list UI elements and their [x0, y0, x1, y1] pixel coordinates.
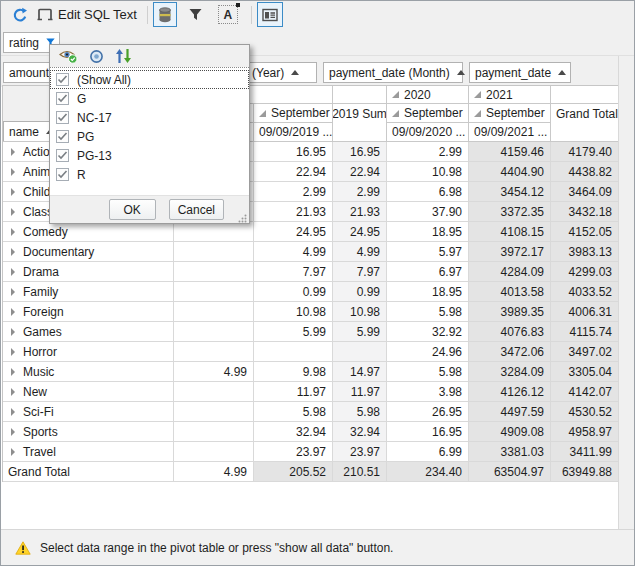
data-cell[interactable]: 18.95	[387, 222, 469, 242]
refresh-button[interactable]	[6, 2, 32, 27]
layout-toggle-button[interactable]	[257, 2, 283, 27]
data-cell[interactable]: 11.97	[333, 382, 387, 402]
column-header-date-2021[interactable]: 09/09/2021 ...	[469, 123, 551, 142]
expand-icon[interactable]	[259, 110, 266, 117]
data-cell[interactable]: 4.99	[333, 242, 387, 262]
rename-button[interactable]: A	[213, 2, 243, 27]
row-header-drama[interactable]: Drama	[3, 262, 174, 282]
month-field-button[interactable]: payment_date (Month)	[323, 62, 463, 83]
row-header-new[interactable]: New	[3, 382, 174, 402]
data-cell[interactable]: 5.98	[387, 302, 469, 322]
data-cell[interactable]: 32.94	[254, 422, 333, 442]
radio-icon[interactable]	[89, 49, 104, 64]
data-cell[interactable]	[174, 262, 254, 282]
filter-item-pg-13[interactable]: PG-13	[50, 146, 249, 165]
grand-total-cell[interactable]: 210.51	[333, 462, 387, 482]
row-header-comedy[interactable]: Comedy	[3, 222, 174, 242]
data-cell[interactable]: 4497.59	[469, 402, 551, 422]
data-cell[interactable]: 4530.52	[551, 402, 619, 422]
data-cell[interactable]: 16.95	[387, 422, 469, 442]
data-cell[interactable]: 4159.46	[469, 142, 551, 162]
data-cell[interactable]	[174, 382, 254, 402]
data-cell[interactable]: 6.99	[387, 442, 469, 462]
data-cell[interactable]: 5.99	[254, 322, 333, 342]
data-cell[interactable]: 10.98	[333, 302, 387, 322]
data-cell[interactable]: 32.92	[387, 322, 469, 342]
edit-sql-button[interactable]: Edit SQL Text	[32, 2, 142, 27]
data-cell[interactable]: 3381.03	[469, 442, 551, 462]
grand-total-cell[interactable]: 63504.97	[469, 462, 551, 482]
checkbox[interactable]	[56, 73, 69, 86]
data-cell[interactable]: 5.98	[333, 402, 387, 422]
checkbox[interactable]	[56, 111, 69, 124]
expand-row-icon[interactable]	[11, 148, 15, 156]
expand-row-icon[interactable]	[11, 268, 15, 276]
filter-item-nc-17[interactable]: NC-17	[50, 108, 249, 127]
expand-row-icon[interactable]	[11, 248, 15, 256]
data-cell[interactable]: 3454.12	[469, 182, 551, 202]
data-cell[interactable]: 3305.04	[551, 362, 619, 382]
data-cell[interactable]: 4438.82	[551, 162, 619, 182]
data-cell[interactable]: 14.97	[333, 362, 387, 382]
data-cell[interactable]: 18.95	[387, 282, 469, 302]
data-cell[interactable]: 24.96	[387, 342, 469, 362]
data-cell[interactable]: 4033.52	[551, 282, 619, 302]
data-cell[interactable]: 16.95	[333, 142, 387, 162]
data-cell[interactable]: 23.97	[333, 442, 387, 462]
row-header-sports[interactable]: Sports	[3, 422, 174, 442]
filter-item-r[interactable]: R	[50, 165, 249, 184]
data-cell[interactable]: 4.99	[174, 362, 254, 382]
data-cell[interactable]: 2.99	[387, 142, 469, 162]
data-cell[interactable]: 4108.15	[469, 222, 551, 242]
row-header-horror[interactable]: Horror	[3, 342, 174, 362]
data-cell[interactable]: 5.97	[387, 242, 469, 262]
data-cell[interactable]: 5.99	[333, 322, 387, 342]
resize-grip[interactable]	[238, 212, 247, 221]
data-cell[interactable]: 0.99	[333, 282, 387, 302]
expand-row-icon[interactable]	[11, 288, 15, 296]
data-cell[interactable]: 10.98	[254, 302, 333, 322]
data-cell[interactable]: 4284.09	[469, 262, 551, 282]
data-cell[interactable]: 16.95	[254, 142, 333, 162]
expand-row-icon[interactable]	[11, 448, 15, 456]
checkbox[interactable]	[56, 130, 69, 143]
expand-row-icon[interactable]	[11, 168, 15, 176]
data-cell[interactable]: 6.98	[387, 182, 469, 202]
database-toggle-button[interactable]	[153, 2, 177, 27]
column-header-september-2020[interactable]: September	[387, 104, 469, 123]
data-cell[interactable]	[254, 342, 333, 362]
row-header-foreign[interactable]: Foreign	[3, 302, 174, 322]
column-header-2020[interactable]: 2020	[387, 86, 469, 104]
data-cell[interactable]: 5.98	[387, 362, 469, 382]
data-cell[interactable]	[174, 282, 254, 302]
data-cell[interactable]: 3989.35	[469, 302, 551, 322]
data-cell[interactable]: 7.97	[254, 262, 333, 282]
filter-item-show-all[interactable]: (Show All)	[50, 70, 249, 89]
data-cell[interactable]	[174, 242, 254, 262]
row-header-music[interactable]: Music	[3, 362, 174, 382]
expand-row-icon[interactable]	[11, 388, 15, 396]
data-cell[interactable]: 22.94	[333, 162, 387, 182]
grand-total-cell[interactable]: 63949.88	[551, 462, 619, 482]
data-cell[interactable]: 7.97	[333, 262, 387, 282]
data-cell[interactable]: 4076.83	[469, 322, 551, 342]
data-cell[interactable]: 24.95	[333, 222, 387, 242]
data-cell[interactable]: 9.98	[254, 362, 333, 382]
data-cell[interactable]: 4179.40	[551, 142, 619, 162]
data-cell[interactable]: 6.97	[387, 262, 469, 282]
data-cell[interactable]: 4006.31	[551, 302, 619, 322]
expand-row-icon[interactable]	[11, 328, 15, 336]
data-cell[interactable]: 3472.06	[469, 342, 551, 362]
expand-row-icon[interactable]	[11, 428, 15, 436]
data-cell[interactable]: 11.97	[254, 382, 333, 402]
data-cell[interactable]	[174, 442, 254, 462]
data-cell[interactable]: 3.98	[387, 382, 469, 402]
data-cell[interactable]: 4404.90	[469, 162, 551, 182]
data-cell[interactable]: 4909.08	[469, 422, 551, 442]
expand-row-icon[interactable]	[11, 408, 15, 416]
data-cell[interactable]: 3972.17	[469, 242, 551, 262]
data-cell[interactable]: 3284.09	[469, 362, 551, 382]
data-cell[interactable]	[174, 402, 254, 422]
data-cell[interactable]: 4013.58	[469, 282, 551, 302]
column-header-2019-sum[interactable]: 2019 Sum	[333, 104, 387, 142]
